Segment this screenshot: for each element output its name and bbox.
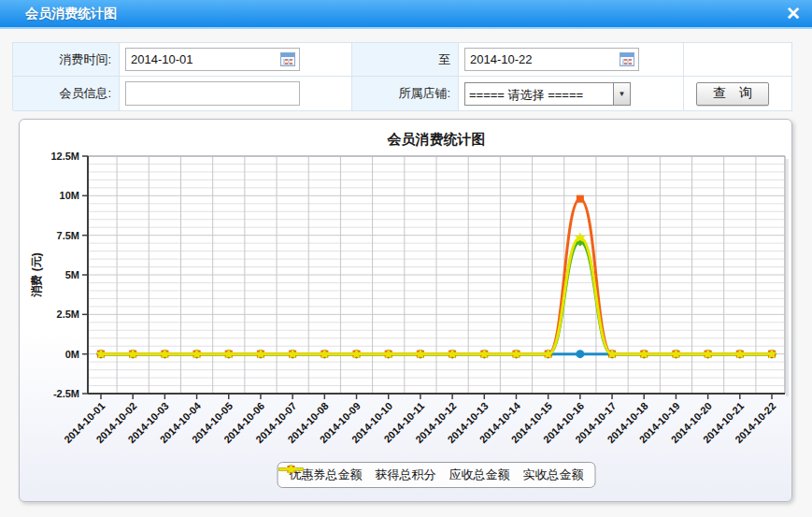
legend-label: 应收总金额 [449,467,510,483]
y-tick-label: 0M [65,349,79,360]
member-info-input[interactable] [125,81,300,106]
dialog-title: 会员消费统计图 [25,6,117,22]
legend-star-icon [278,463,305,476]
consumption-chart: -2.5M0M2.5M5M7.5M10M12.5M2014-10-012014-… [20,120,793,503]
legend-item[interactable]: 应收总金额 [449,467,510,483]
member-info-label: 会员信息: [13,77,120,111]
shop-label: 所属店铺: [352,77,459,111]
close-icon[interactable]: ✕ [786,3,801,25]
chart-legend: 优惠券总金额获得总积分应收总金额实收总金额 [278,462,596,488]
y-axis-title: 消费 (元) [30,252,43,297]
y-tick-label: 10M [60,190,79,201]
legend-label: 实收总金额 [523,467,584,483]
y-tick-label: 2.5M [57,309,79,320]
y-tick-label: 12.5M [50,151,79,162]
member-info-cell [120,77,352,111]
date-from-input[interactable] [126,50,276,69]
date-from-cell [120,43,352,77]
chevron-down-icon[interactable]: ▼ [613,83,630,105]
chart-title: 会员消费统计图 [387,131,486,147]
y-tick-label: 7.5M [57,230,79,241]
date-to-input[interactable] [465,50,615,69]
shop-select-value: ===== 请选择 ===== [465,83,613,105]
dialog-titlebar: 会员消费统计图 ✕ [0,0,812,29]
y-tick-label: -2.5M [53,388,79,399]
query-button[interactable]: 查 询 [696,82,769,106]
to-label: 至 [352,43,459,77]
legend-label: 获得总积分 [376,467,436,483]
calendar-icon[interactable] [620,52,634,66]
date-from-box [125,48,300,71]
chart-panel: -2.5M0M2.5M5M7.5M10M12.5M2014-10-012014-… [19,119,792,502]
shop-cell: ===== 请选择 ===== ▼ [459,77,684,111]
consume-time-label: 消费时间: [13,43,120,77]
legend-item[interactable]: 实收总金额 [523,467,584,483]
legend-item[interactable]: 获得总积分 [376,467,436,483]
calendar-icon[interactable] [280,52,295,66]
date-to-box [464,48,639,71]
date-to-cell [459,43,684,77]
query-form: 消费时间: 至 会员信息: 所属店铺: ===== 请选择 ===== ▼ 查 … [12,42,792,110]
shop-select[interactable]: ===== 请选择 ===== ▼ [464,82,631,106]
empty-cell [684,43,792,77]
query-button-cell: 查 询 [684,77,792,111]
y-tick-label: 5M [65,269,79,280]
